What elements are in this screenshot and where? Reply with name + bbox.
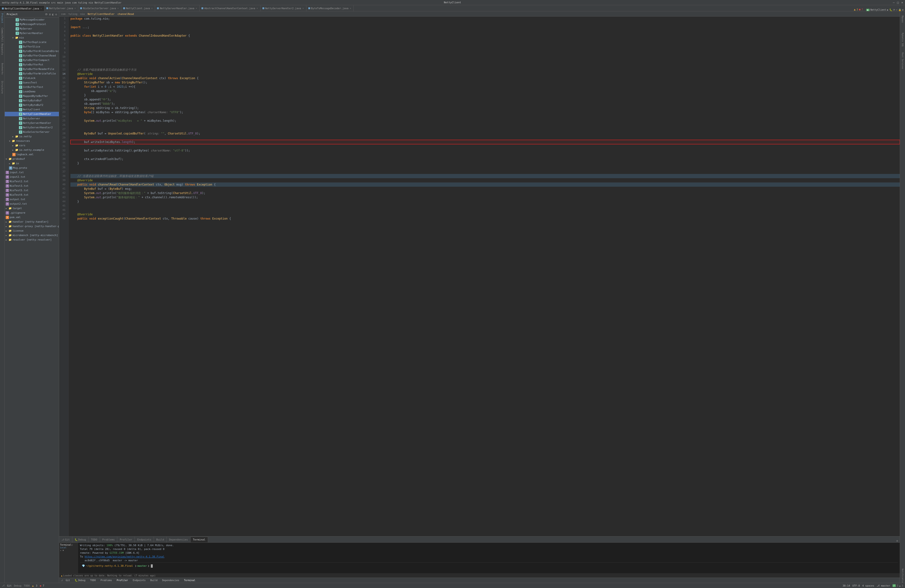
terminal-cursor[interactable] [151, 564, 153, 568]
run-config[interactable]: ▶ NettyClient ▶ 🐛 ⟳ ⚡ 🔒 ⚙ [865, 8, 905, 11]
pull-requests-icon[interactable]: Pull Requests [1, 40, 3, 52]
tree-item-file-lock[interactable]: J FileLock [5, 76, 59, 80]
tree-item-bytebuffer-reader-file[interactable]: J ByteBufferReaderFile [5, 67, 59, 71]
tab-debug[interactable]: 🐛 Debug [72, 537, 89, 542]
tree-item-nio-test9[interactable]: T NioTest9.txt [5, 193, 59, 197]
todo-button[interactable]: TODO [88, 578, 98, 583]
tree-item-output2-txt[interactable]: T output2.txt [5, 201, 59, 206]
tab-abstract-channel[interactable]: AbstractChannelHandlerContext.java ✕ [200, 5, 260, 11]
tree-item-netty-server[interactable]: J NettyServer [5, 116, 59, 121]
tree-item-bytebuffer-allocate[interactable]: J ByteBufferAllocateDirect [5, 49, 59, 54]
tab-netty-server[interactable]: NettyServer.java ✕ [44, 5, 78, 11]
dependencies-button[interactable]: Dependencies [160, 578, 181, 583]
tab-netty-client[interactable]: NettyClient.java ✕ [121, 5, 155, 11]
tab-close-icon[interactable]: ✕ [256, 7, 258, 10]
gear-icon[interactable]: ⚙ [55, 13, 57, 16]
tree-item-netty-byte-buf[interactable]: J NettyByteBuf [5, 98, 59, 103]
terminal-button[interactable]: Terminal [182, 578, 197, 583]
tab-nio-selector[interactable]: NioSelectorServer.java ✕ [78, 5, 121, 11]
tree-item-nio-selector-server[interactable]: J NioSelectorServer [5, 130, 59, 134]
tree-item-my-server-handler[interactable]: J MyServerHandler [5, 31, 59, 35]
minimize-btn[interactable]: — [893, 1, 895, 4]
tree-item-netty-client[interactable]: J NettyClient [5, 107, 59, 112]
tree-item-nio-test5[interactable]: T NioTest5.txt [5, 188, 59, 193]
tab-dependencies[interactable]: Dependencies [167, 537, 190, 542]
commit-panel-icon[interactable]: Commit [1, 26, 3, 38]
tab-problems[interactable]: Problems [100, 537, 117, 542]
tree-item-io-netty-example[interactable]: ▶ 📁 io.netty.example [5, 148, 59, 152]
tree-item-my-server[interactable]: J MyServer [5, 27, 59, 31]
tree-item-handler[interactable]: ▶ 📁 handler [netty-handler] [5, 220, 59, 224]
tree-item-nio-test3[interactable]: T NioTest3.txt [5, 184, 59, 188]
tree-item-my-message-encoder[interactable]: J MyMessageEncoder [5, 17, 59, 22]
tree-item-buffer-slice[interactable]: J BufferSlice [5, 44, 59, 49]
maximize-btn[interactable]: □ [897, 1, 899, 4]
tab-endpoints[interactable]: Endpoints [135, 537, 154, 542]
tree-item-nio[interactable]: ▼ 📁 nio [5, 35, 59, 40]
tab-profiler[interactable]: Profiler [117, 537, 135, 542]
tree-item-input-txt[interactable]: T input.txt [5, 170, 59, 174]
structure-icon[interactable]: Structure [1, 81, 3, 93]
tree-item-guess-test[interactable]: J GuessTest [5, 80, 59, 85]
tree-item-netty-server-handler2[interactable]: J NettyServerHandler2 [5, 125, 59, 130]
rest-services-icon[interactable]: Rest Services [902, 55, 904, 67]
tree-item-gitignore[interactable]: T .gitignore [5, 211, 59, 215]
git-button[interactable]: Git [64, 578, 72, 583]
code-editor[interactable]: 1 2 3 4 5 6 7 8 9 10 11 12 13 14 15 16 1 [59, 17, 900, 536]
tree-item-mapped-byte-buffer[interactable]: J MappedByteBuffer [5, 94, 59, 98]
endpoints-button[interactable]: Endpoints [131, 578, 148, 583]
build-button[interactable]: Build [148, 578, 159, 583]
maven-icon[interactable]: Maven [901, 13, 904, 25]
sync-icon[interactable]: ⟳ [45, 13, 48, 16]
bookmarks-icon[interactable]: Bookmarks [1, 63, 3, 74]
close-btn[interactable]: ✕ [901, 1, 903, 4]
tree-item-netty-client-handler[interactable]: J NettyClientHandler [5, 112, 59, 116]
tab-byte-to-message[interactable]: ByteToMessageDecoder.java ✕ [306, 5, 354, 11]
mybatis-icon[interactable]: Mybatis SQL [902, 34, 904, 46]
tree-item-io[interactable]: ▶ 📁 io [5, 161, 59, 166]
tab-close-icon[interactable]: ✕ [40, 7, 42, 10]
tree-item-pom-xml[interactable]: X pom.xml [5, 215, 59, 220]
tree-item-leak-demo[interactable]: J LeakDemo [5, 89, 59, 94]
tree-item-netty-byte-buf2[interactable]: J NettyByteBuf2 [5, 103, 59, 107]
tab-close-icon[interactable]: ✕ [195, 7, 197, 10]
tab-close-icon[interactable]: ✕ [117, 7, 119, 10]
tab-close-icon[interactable]: ✕ [302, 7, 304, 10]
terminal-settings[interactable]: ⚙ [894, 539, 900, 542]
tab-git[interactable]: ⎇ Git [59, 537, 72, 542]
tab-netty-client-handler[interactable]: NettyClientHandler.java ✕ [0, 5, 44, 11]
problems-button[interactable]: Problems [98, 578, 114, 583]
tree-item-microbench[interactable]: ▶ 📁 microbench [netty-microbench] [5, 233, 59, 238]
tree-item-netty-server-handler[interactable]: J NettyServerHandler [5, 121, 59, 125]
tab-netty-server-handler[interactable]: NettyServerHandler.java ✕ [155, 5, 200, 11]
tab-terminal[interactable]: Terminal [191, 537, 208, 542]
tree-item-output-txt[interactable]: T output.txt [5, 197, 59, 201]
profiler-button[interactable]: Profiler [115, 578, 130, 583]
tree-item-bytebuffer-put[interactable]: J ByteBufferPut [5, 62, 59, 67]
tree-item-int-buffer-test[interactable]: J IntBufferTest [5, 85, 59, 89]
tab-close-icon[interactable]: ✕ [74, 7, 76, 10]
tree-item-resolver[interactable]: ▶ 📁 resolver [netty-resolver] [5, 238, 59, 242]
tree-item-buffer-duplicate[interactable]: J BufferDuplicate [5, 40, 59, 44]
tree-item-logback[interactable]: X logback.xml [5, 152, 59, 157]
win-controls[interactable]: — □ ✕ [893, 1, 903, 4]
tree-item-bytebuffer-write-to-file[interactable]: J ByteBufferWriteToFile [5, 71, 59, 76]
tree-item-bytebuffer-compact[interactable]: J ByteBufferCompact [5, 58, 59, 62]
tree-item-resources[interactable]: ▼ 📁 resources [5, 139, 59, 143]
gear-icon[interactable]: ⚙ [896, 539, 898, 542]
tab-close-icon[interactable]: ✕ [151, 7, 153, 10]
tab-close-icon[interactable]: ✕ [349, 7, 352, 10]
tree-item-nio-test2[interactable]: T NioTest2.txt [5, 179, 59, 184]
tree-item-license[interactable]: ▶ 📁 license [5, 228, 59, 233]
tree-item-bytebuffer-channel-read[interactable]: J ByteBufferChannelRead [5, 54, 59, 58]
tree-item-handler-proxy[interactable]: ▶ 📁 handler-proxy [netty-handler-proxy] [5, 224, 59, 228]
tree-item-io-netty[interactable]: ▶ 📁 io.netty [5, 134, 59, 139]
tree-item-probobuf[interactable]: ▼ 📁 probobuf [5, 157, 59, 161]
tree-item-msg-proto[interactable]: P Msg.proto [5, 166, 59, 170]
tree-item-my-message-protocol[interactable]: J MyMessageProtocol [5, 22, 59, 27]
tree-item-cors[interactable]: ▶ 📁 cors [5, 143, 59, 148]
tree-item-input2-txt[interactable]: T input2.txt [5, 174, 59, 179]
tree-item-target[interactable]: ▶ 📁 target [5, 206, 59, 211]
tab-todo[interactable]: TODO [89, 537, 100, 542]
debug-button[interactable]: 🐛 Debug [73, 578, 87, 583]
